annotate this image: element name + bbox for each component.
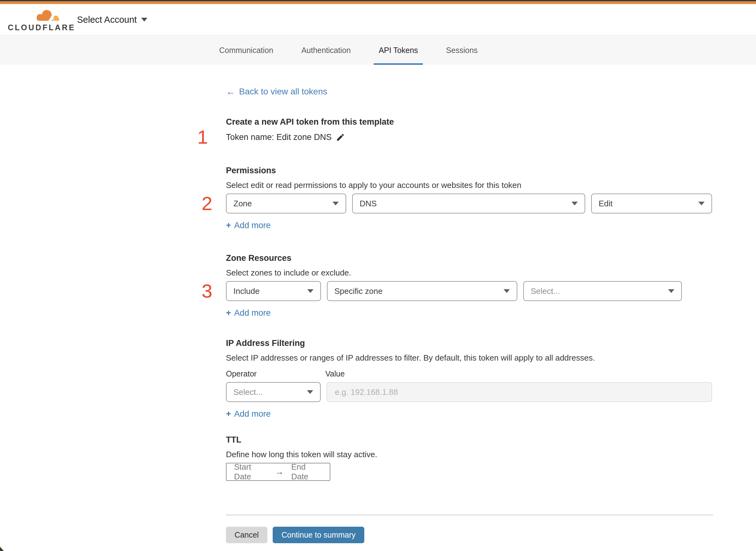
add-more-label: Add more [234, 308, 270, 318]
tab-authentication[interactable]: Authentication [296, 36, 355, 65]
cloudflare-logo[interactable]: CLOUDFLARE [8, 8, 61, 31]
ttl-section: TTL Define how long this token will stay… [226, 435, 712, 481]
dropdown-caret-icon [668, 289, 674, 293]
cancel-button[interactable]: Cancel [226, 527, 267, 543]
zone-resources-heading: Zone Resources [226, 253, 712, 263]
permissions-section: Permissions Select edit or read permissi… [226, 165, 712, 230]
tab-sessions[interactable]: Sessions [441, 36, 483, 65]
permissions-add-more-link[interactable]: + Add more [226, 220, 270, 230]
value-label: Value [325, 369, 345, 378]
continue-to-summary-button[interactable]: Continue to summary [273, 527, 364, 543]
zone-resources-description: Select zones to include or exclude. [226, 268, 712, 278]
permissions-select-row: 2 Zone DNS Edit [226, 193, 712, 213]
permissions-heading: Permissions [226, 165, 712, 176]
account-selector-label: Select Account [77, 15, 137, 25]
end-date-placeholder: End Date [291, 462, 322, 482]
cloudflare-cloud-icon [33, 8, 60, 23]
screen-corner-artifact [0, 547, 4, 551]
start-date-placeholder: Start Date [234, 462, 267, 482]
ip-filtering-add-more-link[interactable]: + Add more [226, 409, 270, 419]
plus-icon: + [226, 409, 231, 419]
back-link-label: Back to view all tokens [239, 87, 327, 97]
zone-type-select[interactable]: Specific zone [327, 281, 517, 301]
app-header: CLOUDFLARE Select Account [0, 4, 756, 36]
page-title: Create a new API token from this templat… [226, 116, 712, 127]
ip-filtering-description: Select IP addresses or ranges of IP addr… [226, 353, 712, 363]
step-number-1: 1 [197, 127, 215, 147]
ip-filtering-labels: Operator Value [226, 369, 712, 378]
cloudflare-wordmark: CLOUDFLARE [8, 24, 75, 31]
ip-value-input[interactable] [326, 382, 712, 402]
ip-operator-placeholder: Select... [233, 387, 263, 397]
dropdown-caret-icon [572, 202, 578, 205]
back-to-tokens-link[interactable]: ← Back to view all tokens [226, 87, 327, 97]
step-number-3: 3 [202, 282, 219, 301]
dropdown-caret-icon [698, 202, 705, 205]
permissions-description: Select edit or read permissions to apply… [226, 180, 712, 190]
token-template-form: ← Back to view all tokens Create a new A… [226, 65, 712, 546]
zone-picker-placeholder: Select... [531, 287, 560, 296]
account-selector[interactable]: Select Account [77, 15, 147, 25]
form-actions: Cancel Continue to summary [226, 527, 712, 546]
plus-icon: + [226, 220, 231, 230]
ttl-description: Define how long this token will stay act… [226, 449, 712, 460]
ip-filtering-heading: IP Address Filtering [226, 338, 712, 349]
ttl-heading: TTL [226, 435, 712, 445]
plus-icon: + [226, 308, 231, 318]
step-number-2: 2 [202, 194, 219, 213]
zone-mode-select[interactable]: Include [226, 281, 321, 301]
dropdown-caret-icon [307, 289, 313, 293]
add-more-label: Add more [234, 221, 270, 230]
tab-communication[interactable]: Communication [214, 36, 278, 65]
permission-access-select[interactable]: Edit [591, 193, 712, 213]
ip-filtering-row: Select... [226, 382, 712, 402]
zone-picker-select[interactable]: Select... [523, 281, 682, 301]
footer-divider [226, 515, 713, 515]
back-arrow-icon: ← [226, 87, 235, 96]
permission-scope-value: Zone [233, 199, 252, 208]
token-name-row: 1 Token name: Edit zone DNS [226, 131, 712, 143]
permission-scope-select[interactable]: Zone [226, 193, 346, 213]
dropdown-caret-icon [307, 390, 313, 394]
zone-resources-section: Zone Resources Select zones to include o… [226, 253, 712, 318]
operator-label: Operator [226, 369, 325, 378]
edit-pencil-icon[interactable] [336, 133, 345, 142]
zone-type-value: Specific zone [334, 287, 383, 296]
zone-resources-add-more-link[interactable]: + Add more [226, 308, 270, 318]
ip-operator-select[interactable]: Select... [226, 382, 321, 402]
add-more-label: Add more [234, 409, 270, 419]
tab-api-tokens[interactable]: API Tokens [373, 36, 423, 65]
dropdown-caret-icon [504, 289, 510, 293]
permission-access-value: Edit [599, 199, 613, 208]
chevron-down-icon [141, 18, 147, 21]
token-name-text: Token name: Edit zone DNS [226, 131, 331, 143]
arrow-right-icon: → [275, 467, 283, 477]
zone-resources-select-row: 3 Include Specific zone Select... [226, 281, 712, 301]
zone-mode-value: Include [233, 287, 259, 296]
profile-tab-bar: Communication Authentication API Tokens … [0, 36, 756, 65]
ip-filtering-section: IP Address Filtering Select IP addresses… [226, 338, 712, 419]
brand-top-bar [0, 1, 756, 4]
permission-resource-select[interactable]: DNS [352, 193, 585, 213]
permission-resource-value: DNS [359, 199, 377, 208]
dropdown-caret-icon [332, 202, 339, 205]
ttl-date-range-picker[interactable]: Start Date → End Date [226, 463, 330, 481]
